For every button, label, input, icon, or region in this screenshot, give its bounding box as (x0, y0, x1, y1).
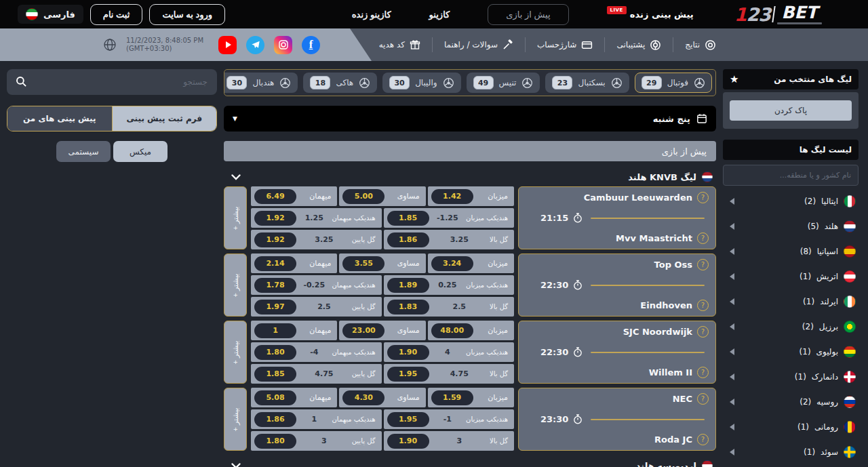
results-link[interactable]: نتایج (685, 39, 716, 51)
under-cell[interactable]: گل پایین 3 1.80 (251, 431, 382, 451)
sport-tab[interactable]: والیبال 30 (382, 73, 460, 93)
search-input[interactable] (7, 69, 217, 95)
more-markets-button[interactable]: بیشتر + (224, 186, 247, 249)
handicap-host-pill[interactable]: 1.85 (387, 211, 429, 226)
youtube-icon[interactable] (218, 36, 237, 54)
guest-odds-cell[interactable]: میهمان 2.14 (251, 253, 337, 273)
telegram-icon[interactable] (246, 36, 264, 54)
handicap-guest-cell[interactable]: هندیکپ میهمان -4 1.80 (251, 342, 382, 362)
match-card[interactable]: ? NEC 23:30 (518, 388, 716, 451)
sport-tab[interactable]: هاکی 18 (303, 73, 377, 93)
draw-odds-cell[interactable]: مساوی 4.30 (339, 388, 425, 407)
handicap-host-pill[interactable]: 1.89 (387, 278, 429, 293)
handicap-host-cell[interactable]: هندیکپ میزبان -1.25 1.85 (384, 208, 515, 228)
handicap-guest-pill[interactable]: 1.80 (254, 345, 296, 360)
league-header[interactable]: لیگ KNVB هلند (224, 167, 716, 186)
handicap-guest-cell[interactable]: هندیکپ میهمان 1.25 1.92 (251, 208, 382, 228)
instagram-icon[interactable] (274, 36, 292, 54)
country-row[interactable]: بولیوی (1) (723, 339, 859, 364)
help-link[interactable]: سوالات / راهنما (444, 39, 513, 50)
team-info-icon[interactable]: ? (697, 300, 709, 311)
handicap-host-pill[interactable]: 1.90 (387, 345, 429, 360)
next-league-header[interactable]: اردیویسه هلند (224, 456, 716, 467)
under-pill[interactable]: 1.80 (254, 434, 296, 449)
day-dropdown[interactable]: پنج شنبه ▼ (224, 106, 716, 131)
under-cell[interactable]: گل پایین 2.5 1.97 (251, 297, 382, 317)
sport-tab[interactable]: بسکتبال 23 (545, 73, 629, 93)
guest-odds-cell[interactable]: میهمان 6.49 (251, 186, 337, 206)
host-odds-pill[interactable]: 3.24 (431, 256, 473, 271)
match-card[interactable]: ? Top Oss 22:30 (518, 253, 716, 317)
team-info-icon[interactable]: ? (697, 326, 709, 338)
more-markets-button[interactable]: بیشتر + (224, 388, 247, 451)
nav-live-casino[interactable]: کازینو زنده (352, 9, 391, 20)
handicap-guest-pill[interactable]: 1.86 (254, 412, 296, 427)
over-cell[interactable]: گل بالا 3.25 1.86 (384, 230, 515, 249)
team-info-icon[interactable]: ? (697, 232, 709, 244)
match-card[interactable]: ? Cambuur Leeuwarden 21:15 (518, 186, 716, 249)
more-markets-button[interactable]: بیشتر + (224, 321, 247, 384)
guest-odds-cell[interactable]: میهمان 5.08 (251, 388, 337, 407)
host-odds-cell[interactable]: میزبان 48.00 (428, 321, 514, 340)
under-pill[interactable]: 1.85 (254, 367, 296, 382)
country-row[interactable]: اتریش (1) (723, 264, 859, 289)
team-info-icon[interactable]: ? (697, 259, 709, 270)
handicap-host-cell[interactable]: هندیکپ میزبان -1 1.95 (384, 409, 515, 429)
support-link[interactable]: پشتیبانی (616, 39, 661, 51)
team-info-icon[interactable]: ? (697, 393, 709, 405)
handicap-guest-cell[interactable]: هندیکپ میهمان 1 1.86 (251, 409, 382, 429)
handicap-host-cell[interactable]: هندیکپ میزبان 4 1.90 (384, 342, 515, 362)
nav-prematch-button[interactable]: پیش از بازی (488, 4, 568, 25)
under-cell[interactable]: گل پایین 3.25 1.92 (251, 230, 382, 249)
team-info-icon[interactable]: ? (697, 434, 709, 445)
guest-odds-pill[interactable]: 6.49 (254, 189, 296, 204)
match-card[interactable]: ? SJC Noordwijk 22:30 (518, 321, 716, 384)
under-cell[interactable]: گل پایین 4.75 1.85 (251, 364, 382, 384)
sport-tab[interactable]: تنیس 49 (467, 73, 540, 93)
over-pill[interactable]: 1.86 (387, 232, 429, 247)
guest-odds-pill[interactable]: 1 (254, 323, 296, 338)
more-markets-button[interactable]: بیشتر + (224, 253, 247, 317)
country-row[interactable]: ایتالیا (2) (723, 188, 859, 214)
over-pill[interactable]: 1.90 (387, 434, 429, 449)
over-cell[interactable]: گل بالا 2.5 1.83 (384, 297, 515, 317)
over-cell[interactable]: گل بالا 4.75 1.95 (384, 364, 515, 384)
host-odds-cell[interactable]: میزبان 1.42 (428, 186, 514, 206)
team-info-icon[interactable]: ? (697, 367, 709, 378)
guest-odds-pill[interactable]: 5.08 (254, 390, 296, 405)
handicap-host-cell[interactable]: هندیکپ میزبان 0.25 1.89 (384, 275, 515, 295)
sport-tab[interactable]: هندبال 30 (224, 73, 298, 93)
country-search-input[interactable] (723, 165, 859, 186)
draw-odds-pill[interactable]: 5.00 (342, 189, 384, 204)
deposit-link[interactable]: شارژحساب (537, 39, 593, 51)
draw-odds-cell[interactable]: مساوی 23.00 (339, 321, 425, 340)
over-cell[interactable]: گل بالا 3 1.90 (384, 431, 515, 451)
host-odds-cell[interactable]: میزبان 3.24 (428, 253, 514, 273)
site-logo[interactable]: 1 23 BET (734, 4, 822, 25)
login-button[interactable]: ورود به سایت (149, 4, 225, 25)
nav-casino[interactable]: کازینو (429, 9, 450, 20)
host-odds-pill[interactable]: 48.00 (431, 323, 473, 338)
country-row[interactable]: سوئد (1) (723, 439, 859, 464)
country-row[interactable]: اسپانیا (8) (723, 239, 859, 264)
mix-mode-button[interactable]: میکس (113, 141, 167, 162)
tab-bet-form[interactable]: فرم ثبت پیش بینی (113, 106, 217, 131)
facebook-icon[interactable]: f (302, 36, 320, 54)
draw-odds-cell[interactable]: مساوی 3.55 (339, 253, 425, 273)
over-pill[interactable]: 1.83 (387, 300, 429, 314)
team-info-icon[interactable]: ? (697, 192, 709, 203)
register-button[interactable]: ثبت نام (90, 4, 143, 25)
under-pill[interactable]: 1.97 (254, 300, 296, 314)
host-odds-pill[interactable]: 1.42 (431, 189, 473, 204)
guest-odds-cell[interactable]: میهمان 1 (251, 321, 337, 340)
draw-odds-pill[interactable]: 23.00 (342, 323, 384, 338)
host-odds-cell[interactable]: میزبان 1.59 (428, 388, 514, 407)
country-row[interactable]: هلند (5) (723, 214, 859, 239)
handicap-host-pill[interactable]: 1.95 (387, 412, 429, 427)
country-row[interactable]: ایرلند (1) (723, 289, 859, 314)
handicap-guest-pill[interactable]: 1.92 (254, 211, 296, 226)
gift-code-link[interactable]: کد هدیه (379, 39, 420, 50)
draw-odds-pill[interactable]: 3.55 (342, 256, 384, 271)
handicap-guest-pill[interactable]: 1.78 (254, 278, 296, 293)
over-pill[interactable]: 1.95 (387, 367, 429, 382)
